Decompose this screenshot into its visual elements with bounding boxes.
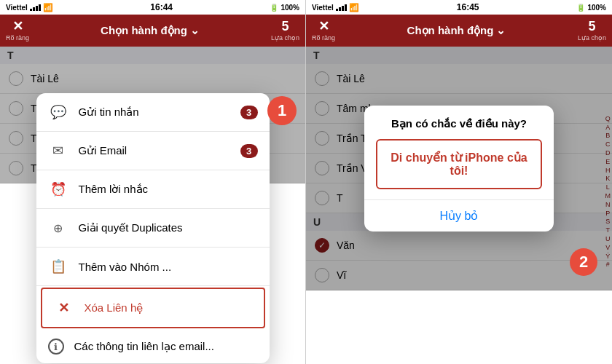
status-left-right: Viettel 📶 (312, 3, 359, 12)
menu-label-reminder: Thêm lời nhắc (79, 183, 258, 196)
dropdown-menu[interactable]: 💬 Gửi tin nhắn 3 ✉ Gửi Email 3 ⏰ Thêm lờ… (36, 93, 270, 363)
status-right-right: 🔋 100% (576, 4, 606, 12)
menu-item-duplicates[interactable]: ⊕ Giải quyết Duplicates (36, 209, 270, 248)
close-icon-right[interactable]: ✕ (318, 20, 329, 33)
bar1 (30, 9, 32, 11)
battery-pct-right: 100% (587, 4, 606, 12)
step2-badge: 2 (570, 248, 597, 276)
close-sub-left: Rõ ràng (6, 34, 29, 41)
header-title-right: Chọn hành động ⌄ (407, 24, 506, 37)
carrier-left: Viettel (6, 4, 28, 12)
right-panel: Viettel 📶 16:45 🔋 100% ✕ Rõ ràng Chọn hà… (306, 0, 612, 364)
header-title-left: Chọn hành động ⌄ (101, 24, 200, 37)
dropdown-overlay: 💬 Gửi tin nhắn 3 ✉ Gửi Email 3 ⏰ Thêm lờ… (0, 47, 305, 183)
alert-title: Bạn có chắc về điều này? (364, 106, 554, 136)
status-right-left: 🔋 100% (270, 4, 299, 12)
info-icon: ℹ (48, 339, 64, 355)
status-bar-right: Viettel 📶 16:45 🔋 100% (306, 0, 612, 15)
app-header-left: ✕ Rõ ràng Chọn hành động ⌄ 5 Lựa chọn (0, 15, 305, 47)
status-bar-left: Viettel 📶 16:44 🔋 100% (0, 0, 305, 15)
left-panel: Viettel 📶 16:44 🔋 100% ✕ Rõ ràng Chọn hà… (0, 0, 306, 364)
close-icon-left[interactable]: ✕ (12, 20, 23, 33)
badge-message: 3 (240, 106, 258, 119)
chevron-icon-left[interactable]: ⌄ (190, 24, 200, 37)
menu-item-email[interactable]: ✉ Gửi Email 3 (36, 132, 270, 170)
menu-item-message[interactable]: 💬 Gửi tin nhắn 3 (36, 93, 270, 132)
header-close-right[interactable]: ✕ Rõ ràng (312, 20, 335, 41)
bar3 (36, 6, 38, 11)
signal-bars-right (336, 4, 347, 11)
wifi-icon-left: 📶 (43, 3, 53, 12)
menu-label-email: Gửi Email (79, 144, 230, 157)
header-count-right: 5 Lựa chọn (578, 20, 606, 41)
badge-email: 3 (240, 144, 258, 158)
status-left: Viettel 📶 (6, 3, 53, 12)
header-count-left: 5 Lựa chọn (271, 20, 299, 41)
alert-overlay: Bạn có chắc về điều này? Di chuyển từ iP… (306, 47, 612, 290)
bar2 (33, 7, 35, 11)
duplicates-icon: ⊕ (48, 218, 68, 238)
bar3r (342, 6, 344, 11)
header-close-left[interactable]: ✕ Rõ ràng (6, 20, 29, 41)
menu-label-duplicates: Giải quyết Duplicates (79, 221, 258, 234)
alert-cancel-button[interactable]: Hủy bỏ (364, 199, 554, 232)
close-sub-right: Rõ ràng (312, 34, 335, 41)
menu-item-reminder[interactable]: ⏰ Thêm lời nhắc (36, 170, 270, 209)
alert-action-button[interactable]: Di chuyển từ iPhone của tôi! (376, 139, 542, 189)
menu-label-group: Thêm vào Nhóm ... (79, 261, 258, 273)
battery-icon-right: 🔋 (576, 4, 585, 12)
contact-list-right: T Tài Lê Tâm ml Trần Trung Trần Văn A T … (306, 47, 612, 290)
menu-label-message: Gửi tin nhắn (79, 106, 230, 119)
contact-list-left: T Tài Lê Tâm ml Trần Trung Trần Văn A 💬 … (0, 47, 305, 183)
battery-pct-left: 100% (280, 4, 299, 12)
wifi-icon-right: 📶 (349, 3, 359, 12)
time-right: 16:45 (457, 2, 479, 12)
menu-label-info: Các thông tin liên lạc email... (74, 340, 258, 353)
time-left: 16:44 (150, 2, 173, 12)
signal-bars-left (30, 4, 41, 11)
menu-label-delete: Xóa Liên hệ (85, 301, 252, 314)
reminder-icon: ⏰ (48, 179, 68, 199)
bar1r (336, 9, 338, 11)
delete-icon: ✕ (54, 298, 74, 318)
carrier-right: Viettel (312, 4, 334, 12)
menu-item-delete[interactable]: ✕ Xóa Liên hệ (41, 288, 265, 328)
menu-item-group[interactable]: 📋 Thêm vào Nhóm ... (36, 248, 270, 286)
bar4r (345, 4, 347, 11)
group-icon: 📋 (48, 256, 68, 277)
bar2r (339, 7, 341, 11)
alert-dialog: Bạn có chắc về điều này? Di chuyển từ iP… (364, 106, 554, 232)
menu-item-info[interactable]: ℹ Các thông tin liên lạc email... (36, 330, 270, 363)
app-header-right: ✕ Rõ ràng Chọn hành động ⌄ 5 Lựa chọn (306, 15, 612, 47)
step1-badge: 1 (267, 96, 297, 125)
battery-icon-left: 🔋 (270, 4, 278, 12)
chevron-icon-right[interactable]: ⌄ (496, 24, 506, 37)
email-icon: ✉ (48, 141, 68, 161)
bar4 (39, 4, 41, 11)
message-icon: 💬 (48, 102, 68, 122)
